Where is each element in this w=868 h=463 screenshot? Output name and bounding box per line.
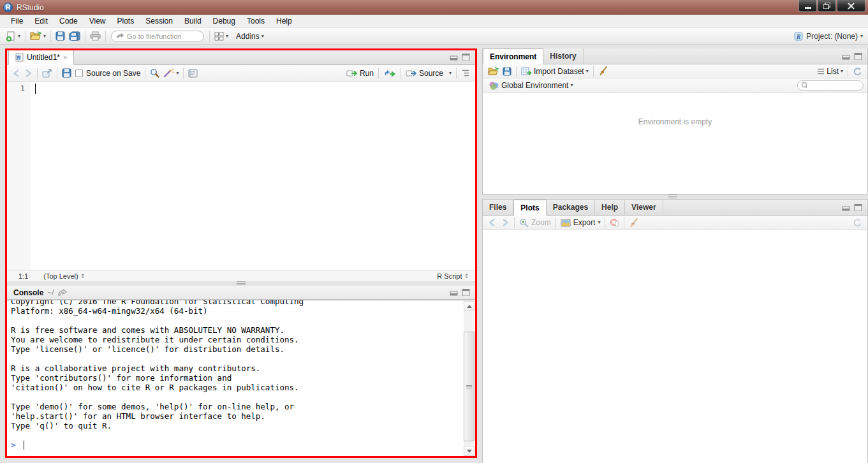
scroll-up-button[interactable] (464, 301, 474, 311)
console-working-dir: ~/ (47, 288, 54, 297)
save-button[interactable] (54, 30, 67, 42)
save-workspace-button[interactable] (501, 66, 513, 77)
environment-pane: Environment History Import Dataset ▾ (482, 48, 868, 195)
close-tab-icon[interactable]: × (63, 54, 67, 61)
compile-report-button[interactable] (186, 68, 200, 79)
goto-file-function-input[interactable] (127, 33, 196, 40)
source-button[interactable]: Source ▾ (404, 68, 453, 79)
source-save-button[interactable] (60, 67, 73, 79)
rerun-icon (383, 70, 396, 77)
run-button[interactable]: Run (344, 68, 376, 79)
save-icon (503, 67, 511, 76)
menu-edit[interactable]: Edit (29, 15, 54, 27)
menu-session[interactable]: Session (140, 15, 179, 27)
environment-scope-selector[interactable]: Global Environment ▾ (487, 80, 575, 92)
console-line (11, 430, 457, 440)
menu-file[interactable]: File (5, 15, 29, 27)
source-on-save-checkbox[interactable]: Source on Save (73, 68, 142, 79)
refresh-environment-button[interactable] (851, 66, 864, 77)
horizontal-splitter-right[interactable] (668, 195, 677, 198)
menu-debug[interactable]: Debug (207, 15, 241, 27)
new-file-button[interactable]: ▾ (4, 30, 22, 43)
open-file-dropdown-caret[interactable]: ▾ (43, 34, 46, 39)
environment-search-input[interactable] (809, 82, 860, 89)
document-outline-button[interactable] (459, 68, 472, 78)
checkbox-icon[interactable] (75, 70, 83, 77)
maximize-pane-icon[interactable] (854, 204, 862, 211)
code-tools-button[interactable]: ▾ (161, 67, 180, 79)
source-forward-button[interactable] (22, 68, 34, 78)
next-plot-button[interactable] (499, 217, 511, 228)
addins-button[interactable]: Addins ▾ (234, 31, 266, 42)
project-chooser[interactable]: R Project: (None) ▾ (793, 28, 863, 45)
code-editor[interactable]: 1 (7, 82, 475, 270)
tab-environment[interactable]: Environment (483, 48, 543, 64)
tab-files[interactable]: Files (483, 200, 513, 215)
list-view-label: List (827, 67, 839, 76)
find-replace-button[interactable] (148, 67, 161, 79)
refresh-plots-button[interactable] (851, 217, 864, 228)
minimize-window-button[interactable] (798, 0, 817, 12)
source-back-button[interactable] (10, 68, 22, 78)
minimize-pane-icon[interactable] (450, 289, 458, 296)
rerun-button[interactable] (381, 68, 398, 78)
clear-all-plots-button[interactable] (627, 217, 641, 229)
tab-help[interactable]: Help (595, 200, 625, 215)
print-button[interactable] (88, 30, 103, 42)
load-workspace-button[interactable] (486, 66, 501, 77)
file-type-selector[interactable]: R Script ⇕ (437, 272, 469, 280)
scope-selector[interactable]: (Top Level) ⇕ (43, 272, 85, 280)
console-header: Console ~/ (7, 286, 475, 300)
scrollbar-thumb[interactable] (464, 332, 474, 441)
remove-plot-button[interactable] (608, 217, 621, 228)
menu-code[interactable]: Code (54, 15, 84, 27)
menu-view[interactable]: View (84, 15, 112, 27)
maximize-pane-icon[interactable] (462, 289, 470, 296)
menu-tools[interactable]: Tools (241, 15, 270, 27)
save-all-button[interactable] (67, 30, 82, 42)
list-view-button[interactable]: List ▾ (815, 66, 845, 77)
title-bar: R RStudio (0, 0, 868, 15)
forward-icon (501, 219, 510, 226)
code-tools-dropdown-caret[interactable]: ▾ (176, 71, 179, 76)
minimize-pane-icon[interactable] (842, 204, 850, 211)
pane-layout-button[interactable]: ▾ (212, 31, 230, 42)
project-dropdown-caret: ▾ (860, 34, 863, 39)
environment-search-box[interactable] (797, 80, 864, 91)
menu-help[interactable]: Help (270, 15, 298, 27)
minimize-pane-icon[interactable] (450, 54, 458, 61)
new-file-dropdown-caret[interactable]: ▾ (18, 34, 20, 39)
source-dropdown-caret[interactable]: ▾ (449, 71, 452, 76)
menu-plots[interactable]: Plots (112, 15, 140, 27)
previous-plot-button[interactable] (486, 217, 499, 228)
tab-viewer[interactable]: Viewer (625, 200, 663, 215)
zoom-plot-button[interactable]: Zoom (517, 217, 553, 228)
goto-file-function-box[interactable] (111, 31, 204, 42)
restore-window-button[interactable] (818, 0, 836, 12)
pane-layout-dropdown-caret[interactable]: ▾ (226, 34, 228, 39)
open-folder-icon (488, 67, 499, 76)
source-tabstrip: R Untitled1* × (7, 50, 475, 65)
source-tab-untitled1[interactable]: R Untitled1* × (8, 49, 74, 65)
export-plot-button[interactable]: Export ▾ (559, 217, 603, 228)
scroll-down-button[interactable] (464, 446, 474, 456)
minimize-pane-icon[interactable] (842, 53, 850, 60)
console-popout-icon[interactable] (58, 289, 68, 296)
environment-scope-row: Global Environment ▾ (483, 78, 867, 93)
back-icon (488, 219, 497, 226)
clear-environment-button[interactable] (596, 65, 610, 77)
menu-build[interactable]: Build (179, 15, 207, 27)
open-file-button[interactable]: ▾ (28, 30, 48, 42)
close-window-button[interactable] (837, 0, 865, 12)
tab-plots[interactable]: Plots (513, 200, 546, 216)
console-scrollbar[interactable] (464, 301, 474, 456)
maximize-pane-icon[interactable] (854, 53, 862, 60)
console-input-line[interactable]: > (11, 440, 24, 450)
console-pane: Console ~/ Copyright (C) 2016 The R Foun… (7, 286, 475, 456)
maximize-pane-icon[interactable] (462, 54, 470, 61)
open-in-new-window-button[interactable] (40, 68, 54, 79)
import-dataset-button[interactable]: Import Dataset ▾ (519, 66, 591, 77)
horizontal-splitter-left[interactable] (237, 281, 246, 285)
tab-history[interactable]: History (543, 48, 583, 64)
tab-packages[interactable]: Packages (547, 200, 595, 215)
